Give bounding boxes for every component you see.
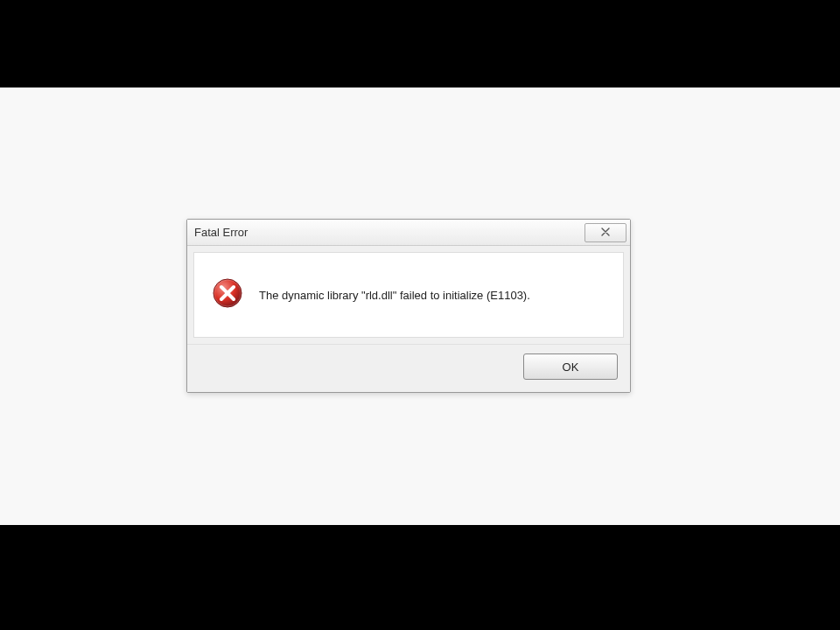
error-message: The dynamic library "rld.dll" failed to … — [259, 289, 530, 302]
error-icon — [212, 277, 243, 312]
dialog-button-row: OK — [187, 344, 630, 392]
dialog-content: The dynamic library "rld.dll" failed to … — [193, 252, 624, 338]
dialog-content-wrap: The dynamic library "rld.dll" failed to … — [187, 246, 630, 344]
close-button[interactable] — [584, 223, 626, 242]
dialog-title: Fatal Error — [194, 226, 248, 239]
ok-button-label: OK — [563, 360, 579, 374]
dialog-titlebar[interactable]: Fatal Error — [187, 220, 630, 246]
ok-button[interactable]: OK — [523, 354, 618, 380]
error-dialog: Fatal Error — [186, 219, 631, 393]
close-icon — [600, 227, 611, 239]
